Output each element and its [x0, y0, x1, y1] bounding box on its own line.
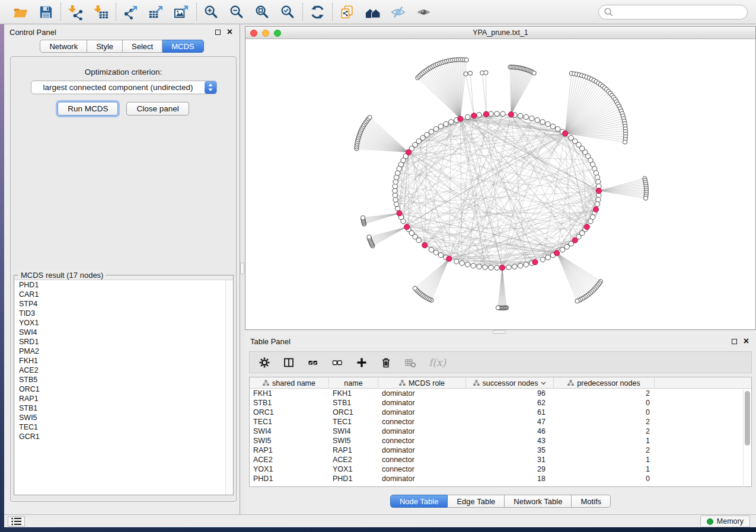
network-hub-node[interactable]	[458, 116, 463, 121]
network-node[interactable]	[518, 113, 522, 118]
cell[interactable]: 1	[554, 455, 655, 464]
cell[interactable]: SWI5	[250, 436, 329, 446]
column-header-name[interactable]: name	[329, 377, 378, 389]
network-node[interactable]	[449, 120, 454, 124]
cell[interactable]: ACE2	[329, 455, 378, 464]
network-node[interactable]	[438, 252, 443, 257]
network-leaf-node[interactable]	[361, 216, 365, 220]
network-leaf-node[interactable]	[496, 306, 500, 310]
tab-network[interactable]: Network	[40, 40, 87, 53]
cell[interactable]: FKH1	[329, 389, 378, 398]
cell[interactable]: SWI5	[329, 436, 378, 446]
network-node[interactable]	[595, 201, 599, 206]
network-hub-node[interactable]	[562, 131, 567, 136]
table-settings-gear-icon[interactable]	[259, 357, 270, 368]
network-hub-node[interactable]	[572, 238, 578, 243]
network-node[interactable]	[506, 265, 511, 270]
cell[interactable]: FKH1	[250, 389, 329, 398]
cell[interactable]: 62	[466, 398, 554, 408]
network-hub-node[interactable]	[584, 224, 589, 229]
deselect-all-icon[interactable]	[331, 357, 343, 368]
cell[interactable]: dominator	[378, 427, 466, 436]
network-node[interactable]	[596, 197, 601, 202]
export-image-icon[interactable]	[174, 4, 190, 20]
network-node[interactable]	[556, 127, 560, 132]
mcds-result-item[interactable]: TID3	[15, 309, 233, 318]
network-node[interactable]	[529, 116, 534, 121]
cell[interactable]: 29	[466, 464, 554, 474]
run-mcds-button[interactable]: Run MCDS	[58, 102, 118, 116]
delete-table-icon[interactable]	[404, 357, 416, 368]
cell[interactable]: 96	[466, 389, 554, 398]
network-leaf-node[interactable]	[623, 140, 627, 144]
cell[interactable]: connector	[378, 455, 466, 464]
mcds-result-item[interactable]: ACE2	[15, 366, 233, 375]
cell[interactable]: 1	[554, 464, 655, 474]
network-node[interactable]	[546, 255, 550, 259]
tab-motifs[interactable]: Motifs	[572, 495, 611, 508]
network-node[interactable]	[500, 111, 505, 116]
table-row[interactable]: SWI4SWI4dominator462	[250, 427, 751, 436]
cell[interactable]: ORC1	[329, 408, 378, 417]
network-node[interactable]	[518, 263, 522, 268]
export-network-icon[interactable]	[123, 4, 139, 20]
cell[interactable]: 18	[466, 474, 554, 483]
mcds-result-item[interactable]: ORC1	[15, 384, 233, 394]
copy-network-icon[interactable]	[339, 4, 355, 20]
mcds-result-item[interactable]: PMA2	[15, 347, 233, 356]
network-hub-node[interactable]	[499, 265, 505, 270]
cell[interactable]: YOX1	[329, 464, 378, 474]
cell[interactable]: dominator	[378, 446, 466, 455]
mcds-result-item[interactable]: STP4	[15, 299, 233, 309]
table-row[interactable]: STB1STB1dominator620	[250, 398, 751, 408]
column-header-MCDS-role[interactable]: MCDS role	[378, 377, 466, 389]
mcds-result-item[interactable]: TEC1	[15, 422, 233, 432]
cell[interactable]: 31	[466, 455, 554, 464]
select-all-icon[interactable]	[307, 357, 319, 368]
first-neighbors-icon[interactable]	[365, 4, 381, 20]
mcds-result-item[interactable]: GCR1	[15, 432, 233, 441]
cell[interactable]: connector	[378, 417, 466, 427]
tab-select[interactable]: Select	[123, 40, 162, 53]
network-node[interactable]	[535, 117, 540, 122]
network-leaf-node[interactable]	[643, 196, 647, 200]
cell[interactable]: 0	[554, 474, 655, 483]
cell[interactable]: TEC1	[329, 417, 378, 427]
function-builder-button[interactable]: f(x)	[429, 357, 446, 368]
network-node[interactable]	[483, 265, 487, 270]
network-leaf-node[interactable]	[484, 70, 488, 75]
hide-selected-icon[interactable]	[390, 4, 406, 20]
cell[interactable]: 0	[554, 398, 655, 408]
search-input[interactable]	[614, 6, 745, 18]
mcds-result-item[interactable]: RAP1	[15, 394, 233, 403]
cell[interactable]: 35	[466, 446, 554, 455]
network-hub-node[interactable]	[596, 188, 601, 193]
zoom-fit-icon[interactable]	[254, 4, 270, 20]
network-node[interactable]	[560, 247, 564, 252]
export-table-icon[interactable]	[148, 4, 164, 20]
tab-style[interactable]: Style	[87, 40, 123, 53]
cell[interactable]: 43	[466, 436, 554, 446]
show-all-icon[interactable]	[416, 4, 432, 20]
cell[interactable]: ACE2	[250, 455, 329, 464]
cell[interactable]: RAP1	[329, 446, 378, 455]
maximize-window-icon[interactable]	[274, 30, 281, 37]
memory-button[interactable]: Memory	[700, 515, 750, 527]
network-leaf-node[interactable]	[413, 286, 417, 290]
network-node[interactable]	[588, 219, 593, 223]
cell[interactable]: dominator	[378, 474, 466, 483]
network-node[interactable]	[429, 129, 433, 134]
network-node[interactable]	[495, 111, 499, 116]
table-row[interactable]: SWI5SWI5connector431	[250, 436, 751, 446]
network-node[interactable]	[495, 265, 499, 270]
network-hub-node[interactable]	[593, 207, 598, 212]
table-row[interactable]: ACE2ACE2connector311	[250, 455, 751, 464]
tab-network-table[interactable]: Network Table	[505, 495, 572, 508]
mcds-result-item[interactable]: CAR1	[15, 290, 233, 299]
network-node[interactable]	[429, 247, 433, 252]
mcds-result-item[interactable]: SWI5	[15, 413, 233, 422]
criterion-select[interactable]: largest connected component (undirected)	[31, 81, 217, 94]
cell[interactable]: 2	[554, 446, 655, 455]
mcds-result-item[interactable]: STB5	[15, 375, 233, 384]
network-node[interactable]	[489, 265, 493, 270]
